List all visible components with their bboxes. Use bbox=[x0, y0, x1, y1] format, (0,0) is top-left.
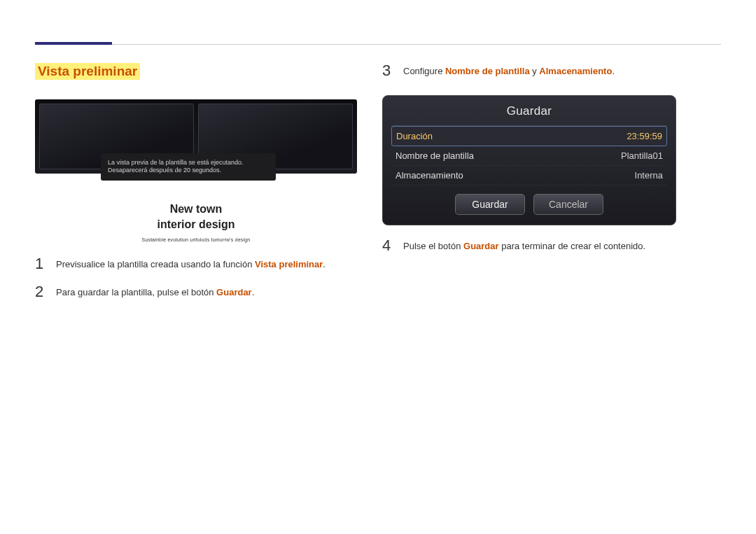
step-2-highlight: Guardar bbox=[216, 287, 252, 297]
guardar-button[interactable]: Guardar bbox=[455, 194, 525, 215]
step-4-highlight: Guardar bbox=[463, 241, 499, 251]
dialog-row-almacenamiento[interactable]: Almacenamiento Interna bbox=[391, 166, 667, 185]
step-4-text-post: para terminar de crear el contenido. bbox=[499, 241, 646, 251]
step-2-text-pre: Para guardar la plantilla, pulse el botó… bbox=[56, 287, 216, 297]
dialog-row-almacenamiento-label: Almacenamiento bbox=[396, 170, 463, 181]
dialog-row-duracion-label: Duración bbox=[396, 131, 433, 141]
step-2-text-post: . bbox=[252, 287, 255, 297]
step-1-highlight: Vista preliminar bbox=[255, 259, 323, 269]
dialog-row-duracion[interactable]: Duración 23:59:59 bbox=[391, 126, 667, 146]
section-vista-preliminar-title: Vista preliminar bbox=[35, 63, 140, 80]
step-3-text-post: . bbox=[612, 66, 615, 76]
caption-subtitle: Sustainble evolution unfolods tomorrw's … bbox=[35, 237, 357, 242]
preview-running-toast: La vista previa de la plantilla se está … bbox=[101, 153, 276, 181]
guardar-dialog: Guardar Duración 23:59:59 Nombre de plan… bbox=[382, 95, 676, 225]
step-3: 3 Configure Nombre de plantilla y Almace… bbox=[382, 63, 721, 78]
step-3-highlight-2: Almacenamiento bbox=[539, 66, 612, 76]
step-2-number: 2 bbox=[35, 284, 45, 300]
step-2: 2 Para guardar la plantilla, pulse el bo… bbox=[35, 284, 357, 300]
dialog-row-nombre-label: Nombre de plantilla bbox=[396, 150, 474, 161]
step-1-number: 1 bbox=[35, 256, 45, 272]
step-4-text-pre: Pulse el botón bbox=[403, 241, 463, 251]
dialog-row-almacenamiento-value: Interna bbox=[635, 170, 663, 181]
preview-thumbnail: La vista previa de la plantilla se está … bbox=[35, 99, 357, 174]
dialog-row-nombre[interactable]: Nombre de plantilla Plantilla01 bbox=[391, 146, 667, 166]
step-1: 1 Previsualice la plantilla creada usand… bbox=[35, 256, 357, 272]
header-rule bbox=[35, 28, 721, 45]
dialog-row-nombre-value: Plantilla01 bbox=[621, 150, 663, 161]
dialog-row-duracion-value: 23:59:59 bbox=[626, 131, 662, 141]
step-1-text-post: . bbox=[323, 259, 326, 269]
step-3-text-pre: Configure bbox=[403, 66, 445, 76]
caption-title-line1: New town bbox=[35, 202, 357, 217]
caption-title-line2: interior design bbox=[35, 217, 357, 232]
step-4: 4 Pulse el botón Guardar para terminar d… bbox=[382, 238, 721, 253]
step-1-text-pre: Previsualice la plantilla creada usando … bbox=[56, 259, 255, 269]
dialog-title: Guardar bbox=[391, 103, 667, 125]
step-3-number: 3 bbox=[382, 63, 392, 78]
step-3-text-mid: y bbox=[530, 66, 540, 76]
step-3-highlight-1: Nombre de plantilla bbox=[445, 66, 530, 76]
step-4-number: 4 bbox=[382, 238, 392, 253]
cancelar-button[interactable]: Cancelar bbox=[533, 194, 603, 215]
